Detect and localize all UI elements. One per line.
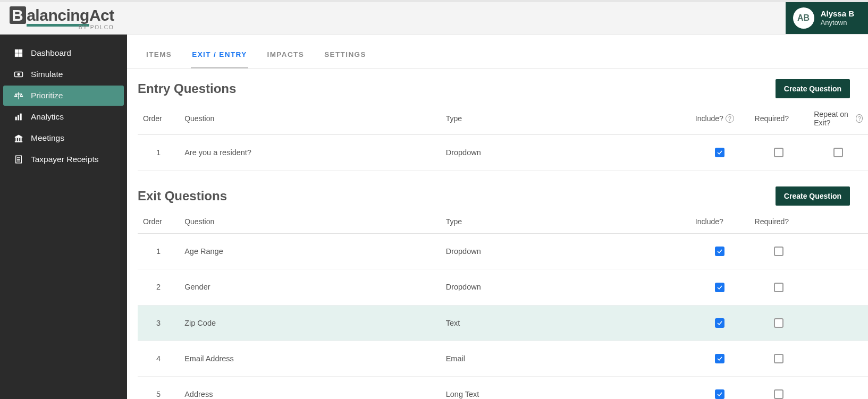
checkbox[interactable]	[774, 354, 783, 363]
exit-title: Exit Questions	[138, 189, 227, 203]
checkbox[interactable]	[715, 283, 724, 292]
create-entry-question-button[interactable]: Create Question	[776, 79, 850, 98]
svg-point-5	[18, 73, 20, 76]
svg-rect-2	[15, 54, 18, 57]
col-order: Order	[138, 103, 179, 135]
user-name: Alyssa B	[821, 9, 854, 19]
svg-rect-0	[15, 49, 18, 53]
content: ITEMSEXIT / ENTRYIMPACTSSETTINGS Entry Q…	[127, 35, 868, 399]
col-type: Type	[441, 210, 690, 234]
table-row[interactable]: 3 Zip Code Text	[138, 305, 868, 341]
col-required: Required?	[749, 103, 809, 135]
cell-type: Long Text	[441, 376, 690, 399]
cell-question: Are you a resident?	[179, 135, 441, 171]
svg-rect-1	[19, 49, 22, 53]
col-include: Include?	[690, 210, 749, 234]
sidebar-item-dashboard[interactable]: Dashboard	[3, 43, 124, 63]
sidebar-item-meetings[interactable]: Meetings	[3, 128, 124, 148]
col-type: Type	[441, 103, 690, 135]
table-row[interactable]: 2 Gender Dropdown	[138, 269, 868, 305]
table-row[interactable]: 1 Are you a resident? Dropdown	[138, 135, 868, 171]
cell-question: Age Range	[179, 234, 441, 269]
checkbox[interactable]	[833, 148, 843, 157]
col-order: Order	[138, 210, 179, 234]
scale-icon	[14, 91, 23, 100]
entry-title: Entry Questions	[138, 81, 236, 96]
checkbox[interactable]	[715, 318, 724, 328]
cell-order: 2	[138, 269, 179, 305]
cell-order: 1	[138, 135, 179, 171]
svg-rect-7	[18, 115, 19, 120]
receipt-icon	[14, 155, 23, 164]
tab-items[interactable]: ITEMS	[145, 43, 173, 68]
tab-settings[interactable]: SETTINGS	[323, 43, 367, 68]
table-row[interactable]: 5 Address Long Text	[138, 376, 868, 399]
logo-text: BalancingAct	[10, 6, 114, 24]
sidebar-item-label: Dashboard	[31, 48, 71, 58]
col-required: Required?	[749, 210, 809, 234]
tab-exit-entry[interactable]: EXIT / ENTRY	[191, 43, 248, 69]
table-row[interactable]: 4 Email Address Email	[138, 341, 868, 376]
cell-type: Email	[441, 341, 690, 376]
col-question: Question	[179, 103, 441, 135]
svg-rect-8	[20, 114, 21, 120]
svg-rect-6	[15, 117, 16, 120]
sidebar: DashboardSimulatePrioritizeAnalyticsMeet…	[0, 35, 127, 399]
sidebar-item-label: Simulate	[31, 70, 63, 79]
grid-icon	[14, 48, 23, 58]
sidebar-item-prioritize[interactable]: Prioritize	[3, 86, 124, 106]
bank-icon	[14, 133, 23, 143]
logo-byline: BY POLCO	[79, 24, 114, 30]
checkbox[interactable]	[774, 318, 783, 328]
user-org: Anytown	[821, 19, 854, 27]
cell-order: 1	[138, 234, 179, 269]
checkbox[interactable]	[774, 283, 783, 292]
sidebar-item-label: Prioritize	[31, 91, 63, 100]
cell-type: Dropdown	[441, 234, 690, 269]
entry-table: Order Question Type Include?? Required? …	[138, 103, 868, 171]
col-question: Question	[179, 210, 441, 234]
cell-question: Zip Code	[179, 305, 441, 341]
checkbox[interactable]	[774, 148, 783, 157]
logo[interactable]: BalancingAct BY POLCO	[10, 6, 114, 30]
table-row[interactable]: 1 Age Range Dropdown	[138, 234, 868, 269]
checkbox[interactable]	[774, 247, 783, 256]
cell-type: Dropdown	[441, 135, 690, 171]
chart-icon	[14, 112, 23, 122]
exit-table: Order Question Type Include? Required? 1…	[138, 210, 868, 399]
sidebar-item-label: Taxpayer Receipts	[31, 155, 99, 164]
user-menu[interactable]: AB Alyssa B Anytown	[786, 2, 868, 34]
sidebar-item-analytics[interactable]: Analytics	[3, 107, 124, 127]
svg-rect-3	[19, 54, 22, 57]
cell-order: 5	[138, 376, 179, 399]
checkbox[interactable]	[715, 247, 724, 256]
checkbox[interactable]	[715, 148, 724, 157]
help-icon[interactable]: ?	[856, 114, 863, 123]
sidebar-item-label: Meetings	[31, 133, 64, 143]
checkbox[interactable]	[774, 389, 783, 399]
cell-question: Address	[179, 376, 441, 399]
cell-type: Text	[441, 305, 690, 341]
create-exit-question-button[interactable]: Create Question	[776, 186, 850, 206]
topbar: BalancingAct BY POLCO AB Alyssa B Anytow…	[0, 0, 868, 35]
cell-question: Gender	[179, 269, 441, 305]
col-repeat: Repeat on Exit??	[808, 103, 868, 135]
cell-type: Dropdown	[441, 269, 690, 305]
cell-order: 3	[138, 305, 179, 341]
tab-impacts[interactable]: IMPACTS	[266, 43, 306, 68]
help-icon[interactable]: ?	[726, 114, 734, 123]
money-icon	[14, 70, 23, 79]
sidebar-item-simulate[interactable]: Simulate	[3, 64, 124, 84]
col-include: Include??	[690, 103, 749, 135]
sidebar-item-taxpayer-receipts[interactable]: Taxpayer Receipts	[3, 149, 124, 169]
tabs: ITEMSEXIT / ENTRYIMPACTSSETTINGS	[127, 43, 868, 69]
cell-question: Email Address	[179, 341, 441, 376]
avatar: AB	[793, 7, 814, 29]
cell-order: 4	[138, 341, 179, 376]
checkbox[interactable]	[715, 389, 724, 399]
sidebar-item-label: Analytics	[31, 112, 64, 122]
checkbox[interactable]	[715, 354, 724, 363]
